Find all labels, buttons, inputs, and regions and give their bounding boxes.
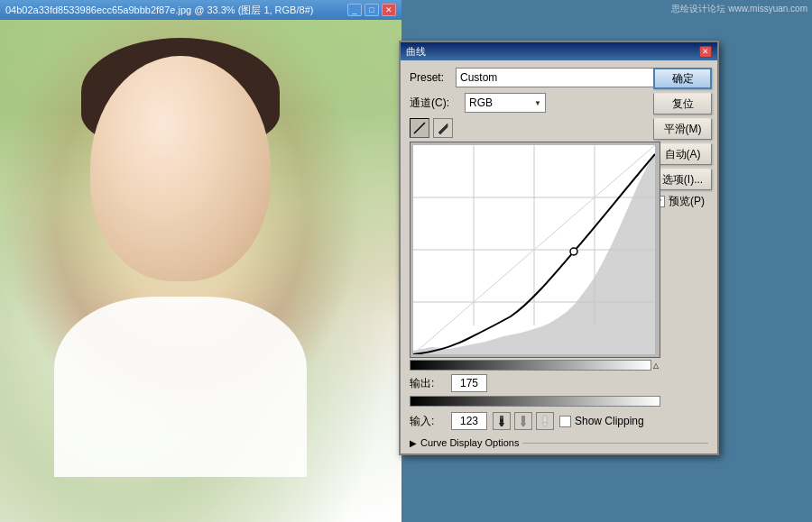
svg-point-9 (500, 416, 503, 419)
pencil-tool-button[interactable] (433, 118, 453, 138)
eyedropper-row (493, 412, 554, 430)
photo-face (90, 56, 271, 281)
curves-graph-inner[interactable] (413, 145, 655, 354)
preset-label: Preset: (410, 71, 450, 84)
reset-button[interactable]: 复位 (653, 93, 712, 114)
input-eyedropper-row: 输入: 123 (410, 412, 708, 430)
input-value[interactable]: 123 (451, 412, 487, 430)
gradient-end-marker: △ (651, 360, 660, 371)
channel-value: RGB (469, 96, 493, 109)
preview-label: 预览(P) (669, 194, 705, 209)
show-clipping-label: Show Clipping (575, 415, 644, 427)
histogram-svg (413, 145, 655, 354)
title-bar-controls: _ □ ✕ (347, 4, 396, 16)
preview-row: ✓ 预览(P) (653, 194, 712, 209)
curves-dialog-title: 曲线 (406, 45, 426, 59)
curve-display-options-label: Curve Display Options (420, 437, 519, 448)
maximize-button[interactable]: □ (364, 4, 379, 16)
minimize-button[interactable]: _ (347, 4, 362, 16)
preset-dropdown[interactable]: Custom ▼ (456, 68, 683, 87)
preset-value: Custom (460, 71, 497, 84)
curves-dialog-titlebar: 曲线 ✕ (401, 42, 717, 60)
curve-display-opts-row: ▶ Curve Display Options (410, 437, 708, 448)
dialog-buttons-panel: 确定 复位 平滑(M) 自动(A) 选项(I)... ✓ 预览(P) (653, 68, 712, 209)
curve-control-point (570, 248, 577, 255)
svg-rect-11 (543, 416, 547, 423)
options-button[interactable]: 选项(I)... (653, 169, 712, 190)
curves-dialog: 曲线 ✕ Preset: Custom ▼ ≡ 确定 复位 平滑(M) 自动(A… (399, 41, 719, 455)
black-eyedropper-button[interactable] (493, 412, 511, 430)
curves-graph-container (410, 142, 660, 358)
input-gradient-bar (410, 360, 651, 371)
watermark: 思绘设计论坛 www.missyuan.com (671, 3, 807, 15)
smooth-button[interactable]: 平滑(M) (653, 118, 712, 140)
input-label: 输入: (410, 414, 446, 429)
channel-dropdown-arrow: ▼ (534, 99, 541, 107)
gray-eyedropper-button[interactable] (514, 412, 532, 430)
photo-area (0, 20, 401, 522)
confirm-button[interactable]: 确定 (653, 68, 712, 89)
output-label: 输出: (410, 376, 446, 391)
close-button[interactable]: ✕ (382, 4, 396, 16)
photo-background (0, 20, 401, 522)
channel-dropdown[interactable]: RGB ▼ (465, 93, 546, 113)
show-clipping-checkbox[interactable] (559, 416, 571, 427)
channel-label: 通道(C): (410, 96, 459, 111)
output-gradient-bar (410, 396, 660, 407)
input-row-inner: 输入: 123 (410, 412, 487, 430)
input-gradient-row: △ (410, 360, 660, 371)
curves-dialog-close[interactable]: ✕ (699, 46, 712, 58)
curve-tool-button[interactable] (410, 118, 429, 138)
show-clipping-row: Show Clipping (559, 415, 644, 427)
output-row: 输出: 175 (410, 374, 708, 392)
auto-button[interactable]: 自动(A) (653, 143, 712, 165)
curve-display-separator (522, 443, 708, 444)
curve-display-expand-arrow[interactable]: ▶ (410, 438, 417, 448)
white-eyedropper-button[interactable] (536, 412, 554, 430)
svg-rect-10 (521, 416, 525, 423)
output-value[interactable]: 175 (451, 374, 487, 392)
photo-window-title: 04b02a33fd8533986ecc65a9bbb2f87e.jpg @ 3… (5, 4, 313, 17)
photo-window-titlebar: 04b02a33fd8533986ecc65a9bbb2f87e.jpg @ 3… (0, 0, 401, 20)
curves-dialog-content: Preset: Custom ▼ ≡ 确定 复位 平滑(M) 自动(A) 选项(… (401, 60, 717, 455)
photo-clothes (54, 297, 307, 477)
